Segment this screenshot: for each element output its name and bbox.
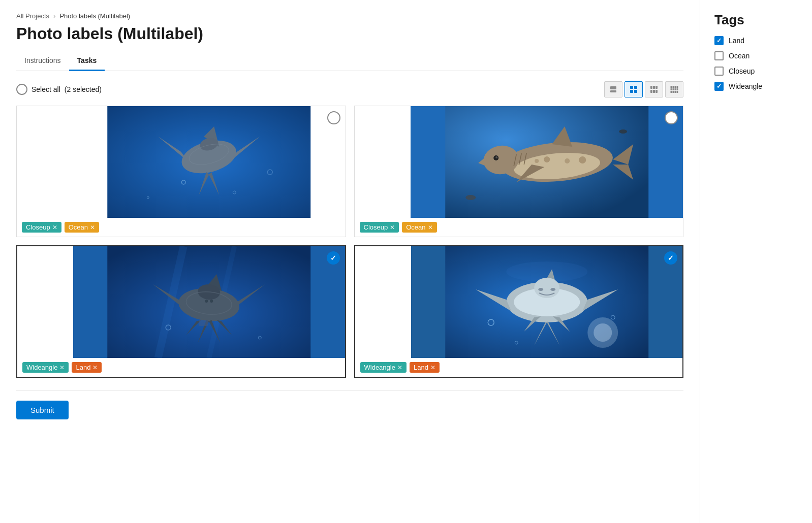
toolbar: Select all (2 selected): [16, 81, 683, 97]
svg-rect-15: [677, 86, 678, 88]
tag-wideangle-checkbox[interactable]: [714, 82, 724, 91]
breadcrumb-parent[interactable]: All Projects: [16, 12, 49, 20]
svg-rect-1: [610, 90, 616, 92]
tag-land-4-remove[interactable]: ✕: [430, 364, 435, 371]
tag-land-4: Land ✕: [410, 362, 440, 373]
image-spacer-3: [17, 246, 73, 358]
svg-point-88: [550, 288, 555, 291]
image-card-4[interactable]: Wideangle ✕ Land ✕: [354, 245, 684, 378]
svg-rect-74: [199, 320, 208, 326]
svg-rect-20: [671, 91, 672, 93]
svg-rect-2: [630, 86, 633, 89]
image-wrapper-2: [355, 106, 683, 218]
image-canvas-3: [73, 246, 345, 358]
view-2col-button[interactable]: [624, 81, 643, 97]
tag-wideangle-4-remove[interactable]: ✕: [397, 364, 402, 371]
image-canvas-4: [411, 246, 683, 358]
image-card-1[interactable]: Closeup ✕ Ocean ✕: [16, 106, 346, 237]
tag-closeup-label: Closeup: [729, 67, 755, 75]
svg-rect-18: [675, 88, 676, 90]
tag-land-label: Land: [729, 37, 744, 45]
sidebar-tag-ocean[interactable]: Ocean: [714, 51, 798, 60]
tab-tasks[interactable]: Tasks: [69, 51, 105, 71]
view-4col-button[interactable]: [665, 81, 683, 97]
svg-point-87: [538, 288, 543, 291]
view-controls: [604, 81, 683, 97]
sidebar: Tags Land Ocean Closeup Wideangle: [700, 0, 812, 523]
svg-point-55: [465, 195, 476, 200]
svg-point-53: [579, 156, 586, 164]
image-spacer-1: [17, 106, 73, 218]
tags-title: Tags: [714, 12, 798, 28]
view-1col-button[interactable]: [604, 81, 622, 97]
tag-land-3-remove[interactable]: ✕: [92, 364, 98, 371]
card-1-tags: Closeup ✕ Ocean ✕: [17, 218, 346, 237]
svg-rect-22: [675, 91, 676, 93]
svg-rect-17: [673, 88, 674, 90]
tag-ocean-1-remove[interactable]: ✕: [90, 224, 95, 231]
image-spacer-4: [355, 246, 411, 358]
tag-closeup-2: Closeup ✕: [360, 222, 399, 233]
tag-wideangle-3-remove[interactable]: ✕: [59, 364, 65, 371]
sidebar-tag-wideangle[interactable]: Wideangle: [714, 82, 798, 91]
image-wrapper-4: [355, 246, 683, 358]
sidebar-tag-land[interactable]: Land: [714, 36, 798, 45]
svg-rect-6: [650, 86, 652, 89]
svg-point-71: [210, 300, 213, 303]
svg-rect-7: [653, 86, 655, 89]
tag-ocean-2-remove[interactable]: ✕: [428, 224, 433, 231]
card-3-tags: Wideangle ✕ Land ✕: [17, 358, 345, 377]
tab-instructions[interactable]: Instructions: [16, 51, 69, 71]
svg-point-54: [535, 159, 539, 163]
view-3col-button[interactable]: [645, 81, 663, 97]
svg-rect-3: [634, 86, 637, 89]
tag-wideangle-label: Wideangle: [729, 82, 762, 90]
image-canvas-2: [411, 106, 683, 218]
card-1-checkbox[interactable]: [327, 111, 340, 124]
svg-rect-21: [673, 91, 674, 93]
sidebar-tag-closeup[interactable]: Closeup: [714, 67, 798, 76]
tab-bar: Instructions Tasks: [16, 51, 683, 71]
submit-button[interactable]: Submit: [16, 401, 69, 419]
submit-area: Submit: [16, 390, 683, 419]
select-all-button[interactable]: Select all (2 selected): [16, 84, 102, 95]
card-3-checkbox[interactable]: [327, 251, 340, 265]
svg-point-56: [619, 129, 627, 134]
tag-ocean-label: Ocean: [729, 52, 749, 60]
svg-point-90: [594, 323, 612, 342]
svg-rect-23: [677, 91, 678, 93]
image-spacer-2: [355, 106, 411, 218]
tag-closeup-2-remove[interactable]: ✕: [390, 224, 395, 231]
image-card-3[interactable]: Wideangle ✕ Land ✕: [16, 245, 346, 378]
card-2-tags: Closeup ✕ Ocean ✕: [355, 218, 683, 237]
svg-rect-8: [655, 86, 658, 89]
tag-land-3: Land ✕: [72, 362, 102, 373]
tag-ocean-checkbox[interactable]: [714, 51, 724, 60]
select-all-checkbox[interactable]: [16, 84, 27, 95]
tag-closeup-1: Closeup ✕: [22, 222, 61, 233]
tag-wideangle-3: Wideangle ✕: [22, 362, 69, 373]
image-card-2[interactable]: Closeup ✕ Ocean ✕: [354, 106, 684, 237]
breadcrumb-separator: ›: [53, 12, 55, 20]
svg-rect-13: [673, 86, 674, 88]
tag-closeup-1-remove[interactable]: ✕: [52, 224, 57, 231]
image-grid: Closeup ✕ Ocean ✕: [16, 106, 683, 378]
svg-rect-12: [671, 86, 672, 88]
svg-point-51: [544, 156, 550, 162]
tag-ocean-2: Ocean ✕: [402, 222, 436, 233]
tag-land-checkbox[interactable]: [714, 36, 724, 45]
image-wrapper-1: [17, 106, 346, 218]
image-wrapper-3: [17, 246, 345, 358]
svg-rect-11: [655, 90, 658, 93]
svg-rect-4: [630, 90, 633, 93]
card-4-tags: Wideangle ✕ Land ✕: [355, 358, 683, 377]
svg-rect-5: [634, 90, 637, 93]
svg-rect-0: [610, 86, 616, 89]
select-all-label: Select all: [32, 85, 60, 93]
svg-point-70: [205, 300, 208, 303]
selected-count: (2 selected): [65, 85, 102, 93]
image-canvas-1: [73, 106, 346, 218]
svg-rect-19: [677, 88, 678, 90]
tag-closeup-checkbox[interactable]: [714, 67, 724, 76]
svg-point-47: [495, 156, 497, 158]
